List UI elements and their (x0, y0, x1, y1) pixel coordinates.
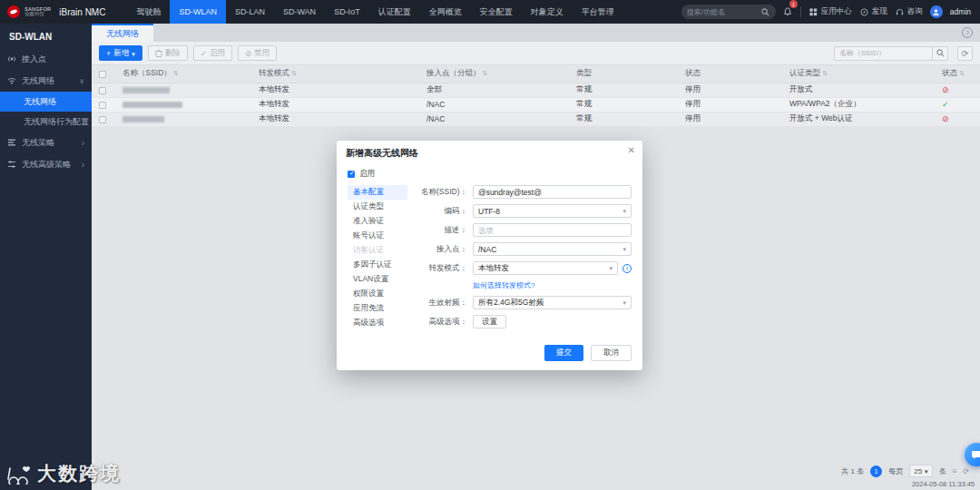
modal-nav-account-auth[interactable]: 账号认证 (348, 229, 407, 243)
caret-down-icon: ▾ (622, 208, 626, 215)
forward-mode-select[interactable]: 本地转发 ▾ (473, 261, 618, 275)
cancel-button[interactable]: 取消 (591, 345, 632, 361)
screen: SANGFOR 信服科技 iBrain NMC 驾驶舱 SD-WLAN SD-L… (0, 0, 980, 490)
caret-down-icon: ▾ (622, 246, 626, 253)
enable-label: 启用 (359, 169, 375, 180)
radio-label: 生效射频： (416, 298, 467, 309)
advanced-settings-button[interactable]: 设置 (473, 315, 506, 328)
encoding-select[interactable]: UTF-8 ▾ (473, 204, 632, 218)
ssid-name-label: 名称(SSID)： (416, 187, 467, 198)
access-point-select[interactable]: /NAC ▾ (473, 242, 632, 256)
modal-nav: 基本配置 认证类型 准入验证 账号认证 访客认证 多因子认证 VLAN设置 权限… (348, 185, 407, 334)
close-icon[interactable] (628, 145, 635, 155)
forward-mode-help-link[interactable]: 如何选择转发模式? (473, 280, 632, 290)
modal-nav-admission-check[interactable]: 准入验证 (348, 214, 407, 229)
modal-form: 名称(SSID)： 编码： UTF-8 ▾ 描述： 接入点： (416, 185, 632, 334)
advanced-options-label: 高级选项： (416, 317, 467, 328)
forward-mode-label: 转发模式： (416, 263, 467, 274)
modal-nav-auth-type[interactable]: 认证类型 (348, 200, 407, 214)
description-label: 描述： (416, 225, 467, 236)
modal-nav-basic-config[interactable]: 基本配置 (348, 185, 407, 200)
chat-bubble-icon (971, 449, 980, 460)
enable-row: 启用 (337, 165, 642, 185)
enable-checkbox[interactable] (348, 171, 355, 178)
modal-nav-app-exempt[interactable]: 应用免流 (348, 301, 407, 316)
modal-nav-mfa[interactable]: 多因子认证 (348, 258, 407, 272)
modal-title: 新增高级无线网络 (337, 141, 642, 165)
radio-select[interactable]: 所有2.4G和5G射频 ▾ (473, 296, 632, 309)
modal-nav-vlan[interactable]: VLAN设置 (348, 272, 407, 287)
access-point-label: 接入点： (416, 244, 467, 255)
encoding-label: 编码： (416, 206, 467, 217)
add-wireless-network-modal: 新增高级无线网络 启用 基本配置 认证类型 准入验证 账号认证 访客认证 多因子… (337, 141, 642, 370)
caret-down-icon: ▾ (609, 265, 612, 272)
modal-nav-guest-auth: 访客认证 (348, 243, 407, 258)
caret-down-icon: ▾ (622, 299, 626, 307)
modal-nav-permissions[interactable]: 权限设置 (348, 287, 407, 301)
submit-button[interactable]: 提交 (544, 345, 583, 361)
modal-nav-advanced[interactable]: 高级选项 (348, 316, 407, 330)
description-input[interactable] (473, 223, 632, 237)
ssid-name-input[interactable] (473, 185, 632, 199)
info-icon[interactable]: i (622, 264, 632, 273)
